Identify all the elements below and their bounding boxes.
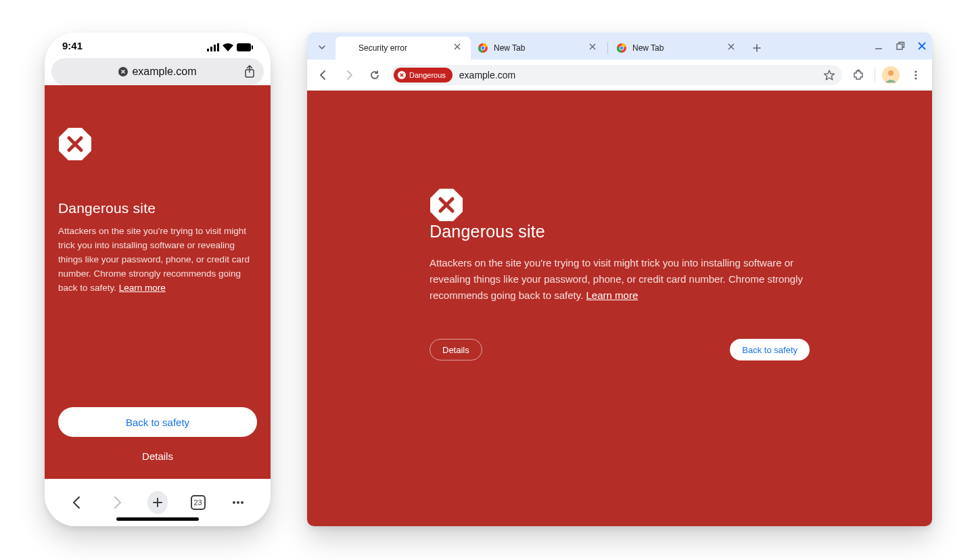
danger-stop-icon	[430, 188, 810, 222]
status-time: 9:41	[62, 40, 83, 51]
toolbar-divider	[875, 68, 875, 83]
desktop-details-button[interactable]: Details	[430, 339, 482, 360]
mobile-details-button[interactable]: Details	[58, 446, 257, 465]
svg-rect-2	[214, 45, 216, 51]
mobile-new-tab-button[interactable]	[147, 492, 168, 513]
menu-button[interactable]	[906, 66, 925, 85]
svg-rect-1	[210, 47, 212, 51]
danger-chip-icon	[398, 71, 406, 79]
desktop-warning-page: Dangerous site Attackers on the site you…	[307, 91, 932, 526]
share-icon[interactable]	[242, 64, 257, 79]
mobile-device-frame: 9:41 example.com	[45, 32, 271, 526]
extensions-button[interactable]	[849, 66, 868, 85]
tab-title: Security error	[358, 43, 448, 53]
mobile-tab-switcher-button[interactable]: 23	[188, 492, 208, 513]
bookmark-button[interactable]	[823, 69, 835, 81]
wifi-icon	[223, 43, 233, 51]
mobile-url-text: example.com	[132, 66, 196, 78]
tab-title: New Tab	[494, 43, 583, 53]
address-bar[interactable]: Dangerous example.com	[391, 65, 842, 85]
desktop-back-to-safety-button[interactable]: Back to safety	[730, 339, 810, 360]
mobile-back-button[interactable]	[67, 492, 87, 513]
tab-divider	[607, 42, 608, 54]
reload-button[interactable]	[365, 66, 384, 85]
mobile-back-to-safety-button[interactable]: Back to safety	[58, 407, 257, 437]
mobile-warning-body: Attackers on the site you're trying to v…	[58, 225, 257, 296]
mobile-learn-more-link[interactable]: Learn more	[119, 283, 166, 293]
new-tab-button[interactable]	[747, 39, 766, 57]
omnibox-url-text: example.com	[459, 70, 515, 80]
mobile-address-bar[interactable]: example.com	[51, 58, 264, 85]
desktop-warning-title: Dangerous site	[430, 222, 810, 241]
svg-point-11	[241, 501, 244, 504]
minimize-button[interactable]	[874, 41, 883, 51]
svg-point-21	[888, 70, 894, 76]
danger-chip-label: Dangerous	[409, 71, 446, 79]
close-tab-button[interactable]	[453, 43, 464, 53]
mobile-menu-button[interactable]	[228, 492, 248, 513]
cellular-signal-icon	[207, 43, 219, 51]
mobile-forward-button[interactable]	[107, 492, 127, 513]
tab-title: New Tab	[632, 43, 722, 53]
profile-avatar-button[interactable]	[882, 66, 900, 84]
desktop-learn-more-link[interactable]: Learn more	[586, 289, 639, 301]
maximize-button[interactable]	[896, 41, 905, 51]
desktop-browser-frame: Security error New Tab New Tab	[307, 32, 932, 526]
chrome-favicon	[616, 43, 627, 53]
svg-rect-4	[237, 43, 251, 51]
not-secure-icon	[118, 67, 128, 76]
tab-search-button[interactable]	[312, 38, 331, 57]
tab-new-tab-2[interactable]: New Tab	[609, 37, 745, 60]
svg-point-23	[914, 74, 917, 76]
svg-point-17	[620, 47, 624, 50]
tab-new-tab-1[interactable]: New Tab	[471, 37, 606, 60]
svg-point-24	[914, 77, 917, 79]
home-indicator	[116, 517, 199, 521]
svg-rect-3	[217, 43, 219, 51]
svg-rect-18	[897, 44, 902, 49]
danger-stop-icon	[58, 127, 92, 161]
svg-point-9	[233, 501, 235, 504]
close-tab-button[interactable]	[727, 43, 738, 53]
back-button[interactable]	[314, 66, 333, 85]
close-window-button[interactable]	[917, 41, 927, 51]
browser-toolbar: Dangerous example.com	[307, 60, 932, 91]
mobile-warning-page: Dangerous site Attackers on the site you…	[45, 85, 271, 479]
battery-icon	[237, 43, 253, 51]
close-tab-button[interactable]	[588, 43, 599, 53]
chrome-favicon	[478, 43, 488, 53]
tab-security-error[interactable]: Security error	[335, 37, 471, 60]
forward-button[interactable]	[340, 66, 358, 85]
svg-point-22	[914, 70, 917, 72]
window-controls	[874, 32, 927, 60]
svg-point-10	[237, 501, 239, 504]
danger-chip[interactable]: Dangerous	[394, 68, 453, 83]
tab-strip: Security error New Tab New Tab	[307, 32, 932, 60]
mobile-warning-title: Dangerous site	[58, 200, 257, 216]
status-bar: 9:41	[45, 32, 271, 51]
svg-rect-5	[252, 45, 253, 49]
desktop-warning-body: Attackers on the site you're trying to v…	[430, 255, 810, 304]
svg-point-14	[482, 47, 485, 50]
